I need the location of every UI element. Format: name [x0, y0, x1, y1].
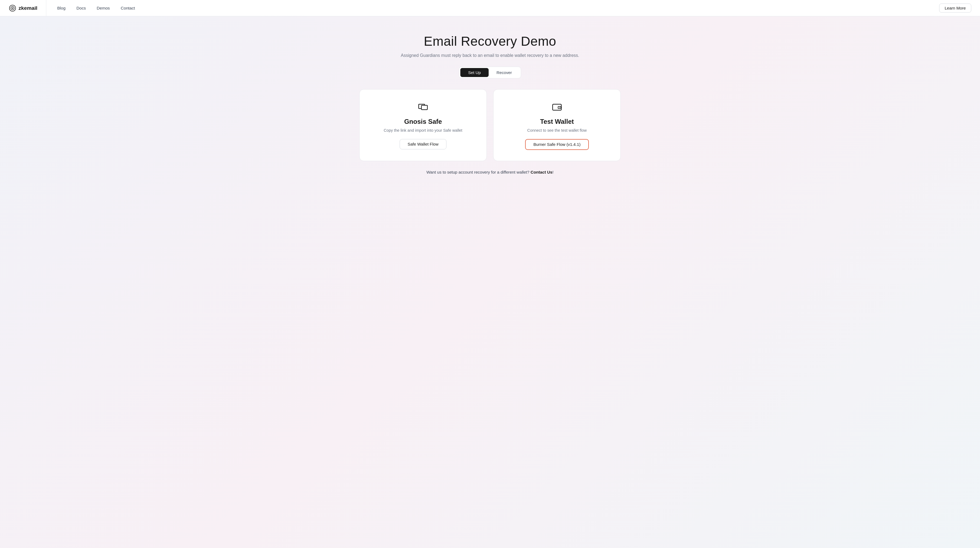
page-subtitle: Assigned Guardians must reply back to an…: [401, 53, 579, 58]
nav-link-blog[interactable]: Blog: [57, 6, 65, 10]
mode-toggle: Set Up Recover: [459, 67, 521, 78]
burner-safe-flow-button[interactable]: Burner Safe Flow (v1.4.1): [525, 139, 589, 150]
footer-note-text: Want us to setup account recovery for a …: [426, 170, 530, 175]
test-wallet-icon: [550, 100, 563, 113]
footer-note: Want us to setup account recovery for a …: [426, 170, 554, 175]
nav-link-contact[interactable]: Contact: [121, 6, 135, 10]
logo-link[interactable]: zkemail: [9, 0, 46, 16]
cards-container: Gnosis Safe Copy the link and import int…: [360, 89, 620, 161]
footer-note-suffix: !: [552, 170, 554, 175]
recover-tab[interactable]: Recover: [488, 68, 520, 77]
nav-link-docs[interactable]: Docs: [76, 6, 86, 10]
logo-icon: [9, 4, 16, 12]
setup-tab[interactable]: Set Up: [460, 68, 488, 77]
test-wallet-description: Connect to see the test wallet flow: [527, 128, 587, 132]
svg-rect-4: [422, 105, 427, 110]
svg-point-7: [559, 107, 560, 108]
test-wallet-title: Test Wallet: [540, 118, 574, 125]
gnosis-safe-card: Gnosis Safe Copy the link and import int…: [360, 89, 487, 161]
gnosis-safe-description: Copy the link and import into your Safe …: [384, 128, 463, 132]
nav-link-demos[interactable]: Demos: [97, 6, 110, 10]
learn-more-button[interactable]: Learn More: [939, 3, 971, 13]
gnosis-safe-title: Gnosis Safe: [404, 118, 442, 125]
gnosis-safe-icon: [417, 100, 430, 113]
safe-wallet-flow-button[interactable]: Safe Wallet Flow: [399, 139, 447, 149]
contact-us-link[interactable]: Contact Us: [531, 170, 552, 175]
nav-right: Learn More: [939, 3, 971, 13]
nav-links: Blog Docs Demos Contact: [46, 6, 939, 10]
test-wallet-card: Test Wallet Connect to see the test wall…: [493, 89, 620, 161]
main-content: Email Recovery Demo Assigned Guardians m…: [0, 16, 980, 187]
svg-point-2: [12, 7, 13, 8]
page-title: Email Recovery Demo: [424, 34, 557, 49]
logo-text: zkemail: [19, 5, 37, 11]
navbar: zkemail Blog Docs Demos Contact Learn Mo…: [0, 0, 980, 16]
